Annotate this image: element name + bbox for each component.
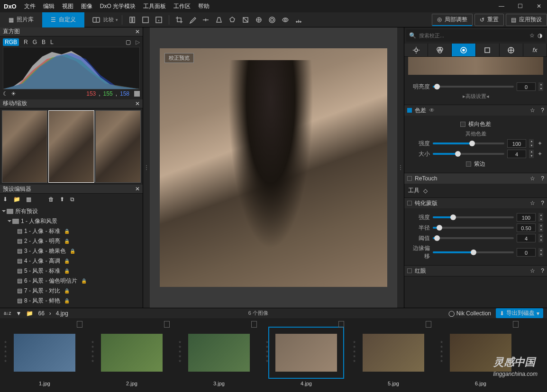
shape-icon[interactable] — [239, 14, 252, 26]
rating-stars[interactable]: ★★★★★ — [265, 340, 269, 363]
preset-item[interactable]: ▤1 - 人像 - 标准🔒 — [0, 226, 143, 236]
star-icon[interactable]: ☆ — [529, 32, 535, 39]
menu-view[interactable]: 视图 — [62, 2, 73, 10]
histo-l[interactable]: L — [50, 39, 54, 45]
rating-stars[interactable]: ★★★★★ — [178, 340, 182, 363]
left-drag-handle[interactable] — [143, 27, 150, 308]
star-icon[interactable]: ☆ — [530, 107, 535, 114]
single-view-icon[interactable] — [126, 14, 138, 26]
visibility-icon[interactable]: 👁 — [429, 107, 435, 114]
tab-customize[interactable]: ☰ 自定义 — [42, 12, 84, 27]
tab-detail[interactable] — [452, 44, 475, 56]
rating-stars[interactable]: ★★★★★ — [4, 340, 7, 363]
search-input[interactable] — [419, 33, 527, 38]
star-icon[interactable]: ☆ — [530, 175, 535, 182]
nav-thumb-prev[interactable] — [2, 110, 47, 183]
menu-panels[interactable]: 工具面板 — [143, 2, 166, 10]
brightness-slider[interactable] — [433, 86, 514, 88]
grid-view-icon[interactable] — [139, 14, 152, 26]
right-drag-handle[interactable] — [397, 27, 404, 308]
spinner[interactable]: ▴▾ — [538, 82, 543, 91]
preset-item[interactable]: ▤4 - 人像 - 高调🔒 — [0, 256, 143, 266]
toggle-icon[interactable]: ◑ — [538, 32, 542, 39]
thumbnail[interactable]: ★★★★★ 5.jpg — [352, 321, 435, 389]
nav-thumb-current[interactable] — [48, 110, 94, 183]
nik-collection-button[interactable]: ◯ Nik Collection — [448, 310, 491, 317]
panel-toggle[interactable] — [407, 201, 412, 205]
spinner[interactable]: ▴▾ — [538, 234, 543, 242]
preset-item[interactable]: ▤8 - 风景 - 鲜艳🔒 — [0, 296, 143, 306]
brightness-value[interactable]: 0 — [517, 82, 536, 91]
help-icon[interactable]: ? — [541, 200, 544, 206]
close-icon[interactable]: ✕ — [135, 100, 140, 107]
spinner[interactable]: ▴▾ — [538, 248, 543, 257]
checkbox[interactable] — [466, 161, 471, 167]
polygon-icon[interactable] — [226, 14, 238, 26]
monitor-icon[interactable]: ▢ — [126, 39, 131, 45]
thumbnail[interactable]: ★★★★★ 2.jpg — [90, 321, 173, 389]
star-icon[interactable]: ☆ — [530, 200, 535, 206]
tree-group[interactable]: 1 - 人像和风景 — [0, 216, 143, 226]
usm-edge-slider[interactable] — [433, 251, 514, 253]
compare-button[interactable] — [90, 14, 102, 26]
horizon-icon[interactable] — [200, 14, 212, 26]
help-icon[interactable]: ? — [541, 107, 544, 114]
level-icon[interactable] — [292, 14, 305, 26]
crop-icon[interactable] — [173, 14, 185, 26]
canvas-area[interactable]: 校正预览 — [150, 27, 397, 308]
new-preset-icon[interactable]: ▦ — [26, 196, 31, 203]
thumbnail[interactable]: ★★★★★ 3.jpg — [177, 321, 261, 389]
preview-icon[interactable] — [279, 14, 292, 26]
preset-item[interactable]: ▤6 - 风景 - 偏色明信片🔒 — [0, 276, 143, 286]
thumbnail-selected[interactable]: ★★★★★ 4.jpg — [264, 321, 348, 389]
search-corrections[interactable]: 🔍 ☆ ◑ — [406, 29, 545, 42]
export-icon[interactable]: ⬆ — [60, 196, 64, 203]
tree-root[interactable]: 所有预设 — [0, 206, 143, 216]
window-minimize-icon[interactable]: — — [499, 3, 505, 9]
histo-b[interactable]: B — [42, 39, 46, 45]
delete-icon[interactable]: 🗑 — [48, 196, 54, 203]
ca-intensity-value[interactable]: 100 — [507, 139, 526, 148]
magic-wand-icon[interactable]: ✦ — [537, 140, 543, 147]
moon-icon[interactable]: ☾ — [3, 90, 8, 97]
menu-workspace[interactable]: 工作区 — [173, 2, 191, 10]
ca-size-value[interactable]: 4 — [507, 150, 526, 158]
thumbnail[interactable]: ★★★★★ 1.jpg — [3, 321, 86, 389]
menu-edit[interactable]: 编辑 — [43, 2, 55, 10]
menu-optics[interactable]: DxO 光学模块 — [100, 2, 136, 10]
chevron-down-icon[interactable]: ▾ — [116, 18, 118, 22]
star-icon[interactable]: ☆ — [530, 267, 535, 274]
tab-geometry[interactable] — [476, 44, 500, 56]
new-folder-icon[interactable]: 📁 — [13, 196, 20, 203]
tab-light[interactable] — [404, 44, 428, 56]
preset-item[interactable]: ▤2 - 人像 - 明亮🔒 — [0, 236, 143, 246]
local-adjustments-button[interactable]: ◎ 局部调整 — [432, 14, 473, 26]
rating-stars[interactable]: ★★★★★ — [353, 340, 356, 363]
close-icon[interactable]: ✕ — [135, 28, 140, 35]
info-icon[interactable] — [153, 14, 165, 26]
redeye-tool-icon[interactable] — [266, 14, 278, 26]
import-icon[interactable]: ⬇ — [3, 196, 8, 203]
usm-threshold-value[interactable]: 4 — [517, 234, 536, 242]
ca-size-slider[interactable] — [433, 153, 504, 155]
usm-threshold-slider[interactable] — [433, 237, 514, 239]
usm-edge-value[interactable]: 0 — [517, 248, 536, 257]
spinner[interactable]: ▴▾ — [538, 223, 543, 232]
ca-intensity-slider[interactable] — [433, 143, 504, 144]
copy-icon[interactable]: ⧉ — [70, 196, 74, 203]
usm-radius-slider[interactable] — [433, 227, 514, 229]
spinner[interactable]: ▴▾ — [538, 213, 543, 222]
thumbnail[interactable]: ★★★★★ 6.jpg — [439, 321, 522, 389]
panel-toggle[interactable] — [407, 108, 412, 113]
panel-toggle[interactable] — [407, 268, 412, 273]
spinner[interactable]: ▴▾ — [529, 139, 534, 148]
rating-stars[interactable]: ★★★★★ — [440, 340, 443, 363]
histo-r[interactable]: R — [24, 39, 28, 45]
tab-color[interactable] — [428, 44, 452, 56]
eyedropper-icon[interactable] — [186, 14, 199, 26]
play-icon[interactable]: ▷ — [136, 39, 140, 45]
nav-thumb-next[interactable] — [95, 110, 141, 183]
help-icon[interactable]: ? — [541, 267, 544, 274]
magic-wand-icon[interactable]: ✦ — [537, 151, 543, 157]
sun-icon[interactable]: ☀ — [11, 90, 16, 97]
